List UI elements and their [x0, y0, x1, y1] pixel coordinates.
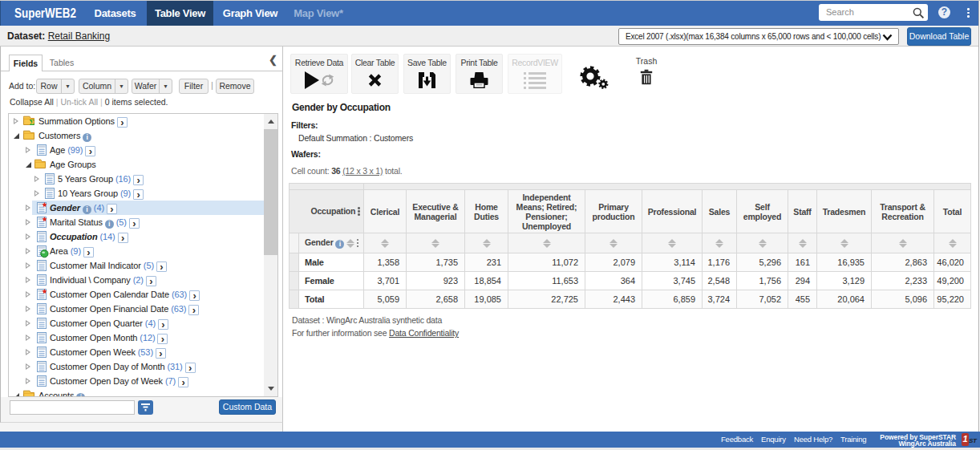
svg-text:Σ: Σ	[30, 118, 35, 127]
